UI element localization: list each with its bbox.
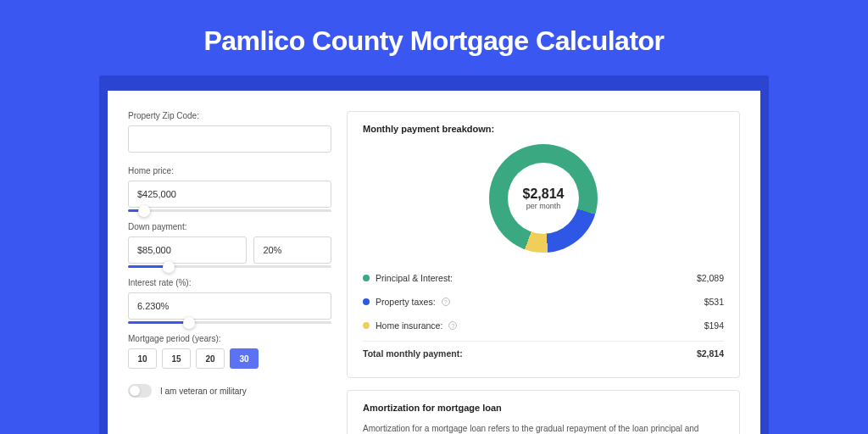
legend-row-taxes: Property taxes:?$531: [363, 290, 724, 314]
interest-slider[interactable]: [128, 321, 331, 324]
insurance-label: Home insurance:: [376, 320, 442, 331]
taxes-dot-icon: [363, 298, 370, 305]
principal-label: Principal & Interest:: [376, 273, 453, 283]
period-option-15[interactable]: 15: [162, 348, 191, 369]
zip-input[interactable]: [128, 125, 331, 153]
home-price-slider[interactable]: [128, 209, 331, 212]
period-option-20[interactable]: 20: [196, 348, 225, 369]
donut-sub: per month: [526, 202, 561, 210]
insurance-info-icon[interactable]: ?: [448, 321, 457, 330]
zip-group: Property Zip Code:: [128, 111, 331, 153]
payment-donut-chart: $2,814 per month: [489, 144, 598, 253]
total-label: Total monthly payment:: [363, 348, 463, 359]
amortization-body: Amortization for a mortgage loan refers …: [363, 423, 724, 434]
home-price-group: Home price:: [128, 166, 331, 212]
veteran-toggle[interactable]: [128, 384, 152, 398]
veteran-row: I am veteran or military: [128, 384, 331, 398]
legend: Principal & Interest:$2,089Property taxe…: [363, 266, 724, 337]
down-payment-pct-input[interactable]: [253, 236, 331, 264]
veteran-label: I am veteran or military: [160, 387, 247, 396]
results-column: Monthly payment breakdown: $2,814 per mo…: [347, 111, 740, 434]
down-payment-label: Down payment:: [128, 222, 331, 231]
principal-value: $2,089: [697, 273, 724, 283]
period-option-30[interactable]: 30: [230, 348, 259, 369]
taxes-value: $531: [704, 297, 724, 307]
input-column: Property Zip Code: Home price: Down paym…: [128, 111, 331, 434]
interest-group: Interest rate (%):: [128, 278, 331, 324]
total-value: $2,814: [697, 348, 724, 359]
donut-wrap: $2,814 per month: [363, 144, 724, 253]
insurance-value: $194: [704, 320, 724, 331]
home-price-input[interactable]: [128, 181, 331, 208]
insurance-dot-icon: [363, 322, 370, 329]
down-payment-amount-input[interactable]: [128, 236, 247, 264]
legend-row-insurance: Home insurance:?$194: [363, 314, 724, 337]
card-shadow: Property Zip Code: Home price: Down paym…: [99, 75, 769, 434]
zip-label: Property Zip Code:: [128, 111, 331, 120]
donut-center: $2,814 per month: [508, 163, 579, 234]
down-payment-group: Down payment:: [128, 222, 331, 268]
interest-input[interactable]: [128, 292, 331, 320]
amortization-panel: Amortization for mortgage loan Amortizat…: [347, 390, 740, 434]
donut-amount: $2,814: [523, 186, 565, 202]
amortization-title: Amortization for mortgage loan: [363, 403, 724, 413]
period-group: Mortgage period (years): 10152030: [128, 334, 331, 369]
legend-row-principal: Principal & Interest:$2,089: [363, 266, 724, 290]
period-label: Mortgage period (years):: [128, 334, 331, 343]
home-price-label: Home price:: [128, 166, 331, 175]
period-option-10[interactable]: 10: [128, 348, 157, 369]
down-payment-slider[interactable]: [128, 265, 331, 268]
breakdown-panel: Monthly payment breakdown: $2,814 per mo…: [347, 111, 740, 378]
taxes-info-icon[interactable]: ?: [442, 298, 450, 306]
interest-label: Interest rate (%):: [128, 278, 331, 287]
principal-dot-icon: [363, 275, 370, 281]
page-title: Pamlico County Mortgage Calculator: [0, 0, 868, 75]
calculator-card: Property Zip Code: Home price: Down paym…: [108, 91, 760, 434]
breakdown-title: Monthly payment breakdown:: [363, 124, 724, 134]
legend-total-row: Total monthly payment: $2,814: [363, 341, 724, 365]
taxes-label: Property taxes:: [376, 297, 436, 307]
